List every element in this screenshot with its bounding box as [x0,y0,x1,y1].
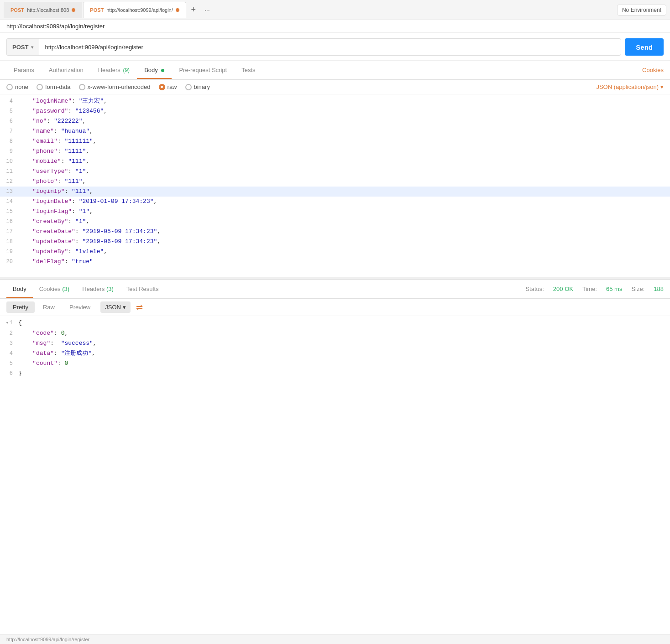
urlencoded-label: x-www-form-urlencoded [88,83,151,90]
resp-line-1: ▾1{ [0,318,670,328]
resp-line-number: 6 [0,369,18,379]
json-resp-arrow-icon: ▾ [123,304,126,311]
bottom-bar: http://localhost:9099/api/login/register [0,634,670,644]
code-line-11: 11 "userType": "1", [0,166,670,177]
code-line-9: 9 "phone": "1111", [0,146,670,156]
resp-line-content: } [18,369,670,379]
code-line-16: 16 "createBy": "1", [0,217,670,227]
url-input[interactable] [39,38,621,56]
url-bar: POST ▾ Send [0,34,670,61]
size-label: Size: [631,286,644,292]
line-number: 14 [0,197,18,207]
tab-bar: POST http://localhost:808 POST http://lo… [0,0,670,20]
resp-tab-headers[interactable]: Headers (3) [76,281,120,298]
resp-line-number: ▾1 [0,318,18,328]
line-content: "no": "222222", [18,116,670,126]
line-content: "name": "huahua", [18,126,670,136]
line-number: 13 [0,187,18,197]
raw-radio[interactable] [159,84,165,90]
environment-selector[interactable]: No Environment [617,5,666,16]
body-binary-option[interactable]: binary [185,83,210,90]
tab-2[interactable]: POST http://localhost:9099/api/login/ [83,2,186,18]
resp-tab-body[interactable]: Body [6,281,33,298]
code-line-7: 7 "name": "huahua", [0,126,670,136]
resp-line-content: "data": "注册成功", [18,348,670,358]
code-line-6: 6 "no": "222222", [0,116,670,126]
line-number: 11 [0,166,18,177]
resp-line-number: 5 [0,358,18,369]
tab-authorization[interactable]: Authorization [42,62,91,79]
cookies-link[interactable]: Cookies [642,67,664,73]
formdata-label: form-data [45,83,71,90]
body-type-row: none form-data x-www-form-urlencoded raw… [0,80,670,94]
raw-button[interactable]: Raw [37,301,61,313]
none-radio[interactable] [6,84,13,90]
more-tabs-button[interactable]: ··· [201,4,214,16]
code-line-14: 14 "loginDate": "2019-01-09 17:34:23", [0,197,670,207]
line-content: "userType": "1", [18,166,670,177]
resp-tab-testresults[interactable]: Test Results [120,281,165,298]
status-value: 200 OK [553,286,573,292]
tab-body[interactable]: Body [137,62,172,79]
body-urlencoded-option[interactable]: x-www-form-urlencoded [79,83,151,90]
line-content: "delFlag": "true" [18,257,670,267]
tab-tests[interactable]: Tests [234,62,262,79]
body-formdata-option[interactable]: form-data [37,83,71,90]
line-content: "photo": "111", [18,177,670,187]
resp-line-number: 3 [0,338,18,348]
line-number: 18 [0,237,18,247]
line-content: "mobile": "111", [18,156,670,166]
none-label: none [15,83,28,90]
request-body-editor[interactable]: 4 "loginName": "王力宏",5 "password": "1234… [0,94,670,277]
preview-button[interactable]: Preview [63,301,97,313]
body-raw-option[interactable]: raw [159,83,177,90]
tab2-url: http://localhost:9099/api/login/ [106,7,173,13]
tab-1[interactable]: POST http://localhost:808 [4,2,82,18]
binary-radio[interactable] [185,84,192,90]
urlencoded-radio[interactable] [79,84,85,90]
resp-tab-cookies[interactable]: Cookies (3) [33,281,76,298]
code-line-4: 4 "loginName": "王力宏", [0,96,670,106]
method-selector[interactable]: POST ▾ [6,38,39,56]
line-number: 8 [0,136,18,146]
line-content: "loginFlag": "1", [18,207,670,217]
line-number: 16 [0,217,18,227]
resp-line-content: "code": 0, [18,328,670,338]
line-number: 12 [0,177,18,187]
line-number: 10 [0,156,18,166]
response-body-viewer: ▾1{2 "code": 0,3 "msg": "success",4 "dat… [0,316,670,407]
response-status: Status: 200 OK Time: 65 ms Size: 188 [525,286,664,292]
resp-line-content: { [18,318,670,328]
json-format-label: JSON (application/json) [596,83,659,90]
time-value: 65 ms [606,286,622,292]
headers-badge: (9) [123,67,130,73]
json-resp-label: JSON [105,304,121,311]
body-active-dot [161,69,164,72]
body-none-option[interactable]: none [6,83,28,90]
code-line-18: 18 "updateDate": "2019-06-09 17:34:23", [0,237,670,247]
pretty-button[interactable]: Pretty [6,301,35,313]
wrap-icon: ⇌ [136,303,143,312]
code-line-5: 5 "password": "123456", [0,106,670,116]
tab-prerequest[interactable]: Pre-request Script [172,62,234,79]
wrap-button[interactable]: ⇌ [136,302,143,312]
resp-line-content: "msg": "success", [18,338,670,348]
send-button[interactable]: Send [625,38,664,56]
line-number: 17 [0,227,18,237]
resp-line-number: 2 [0,328,18,338]
tab1-method: POST [10,7,24,13]
formdata-radio[interactable] [37,84,43,90]
tab-headers[interactable]: Headers (9) [91,62,137,79]
tab-params[interactable]: Params [6,62,42,79]
resp-line-4: 4 "data": "注册成功", [0,348,670,358]
code-line-12: 12 "photo": "111", [0,177,670,187]
json-format-selector[interactable]: JSON (application/json) ▾ [596,83,664,90]
line-content: "phone": "1111", [18,146,670,156]
line-number: 9 [0,146,18,156]
line-number: 4 [0,96,18,106]
add-tab-button[interactable]: + [187,4,200,16]
json-format-resp-button[interactable]: JSON ▾ [100,301,131,313]
resp-line-3: 3 "msg": "success", [0,338,670,348]
line-content: "createBy": "1", [18,217,670,227]
resp-line-5: 5 "count": 0 [0,358,670,369]
